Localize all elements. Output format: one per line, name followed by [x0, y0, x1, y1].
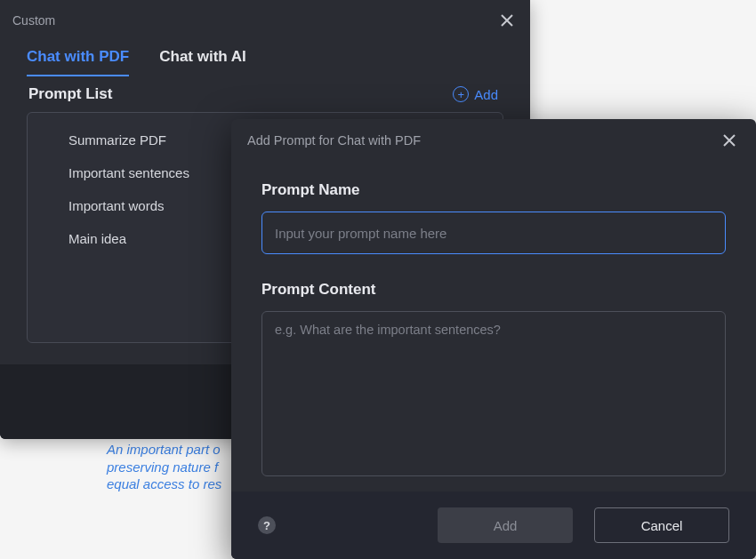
- plus-circle-icon: +: [453, 86, 469, 102]
- modal-title: Add Prompt for Chat with PDF: [247, 133, 421, 148]
- list-item-label: Important words: [68, 198, 165, 213]
- prompt-content-label: Prompt Content: [261, 281, 726, 299]
- tab-label: Chat with AI: [159, 48, 246, 65]
- add-prompt-modal: Add Prompt for Chat with PDF Prompt Name…: [231, 119, 756, 559]
- prompt-content-input[interactable]: [261, 311, 726, 476]
- help-glyph: ?: [263, 519, 270, 532]
- close-icon[interactable]: [719, 130, 740, 151]
- add-button-label: Add: [494, 518, 518, 533]
- doc-line: An important part o: [107, 441, 221, 459]
- add-button[interactable]: Add: [438, 507, 573, 543]
- list-item-label: Summarize PDF: [68, 132, 166, 148]
- tab-label: Chat with PDF: [27, 48, 129, 65]
- prompt-list-heading: Prompt List: [28, 85, 112, 103]
- help-icon[interactable]: ?: [258, 516, 276, 534]
- doc-line: preserving nature f: [107, 459, 221, 476]
- prompt-name-input[interactable]: [261, 212, 726, 254]
- close-icon[interactable]: [496, 10, 518, 31]
- cancel-button[interactable]: Cancel: [594, 507, 729, 543]
- list-item-label: Main idea: [68, 231, 126, 246]
- tabs: Chat with PDF Chat with AI: [0, 36, 530, 76]
- cancel-button-label: Cancel: [641, 518, 683, 533]
- list-item-label: Important sentences: [68, 165, 189, 180]
- doc-line: equal access to res: [107, 475, 221, 493]
- prompt-name-label: Prompt Name: [261, 181, 726, 199]
- add-label: Add: [474, 87, 498, 102]
- add-prompt-button[interactable]: + Add: [453, 86, 498, 102]
- tab-chat-with-pdf[interactable]: Chat with PDF: [27, 48, 129, 76]
- panel-title: Custom: [12, 13, 55, 28]
- background-document-text: An important part o preserving nature f …: [107, 441, 221, 493]
- tab-chat-with-ai[interactable]: Chat with AI: [159, 48, 246, 76]
